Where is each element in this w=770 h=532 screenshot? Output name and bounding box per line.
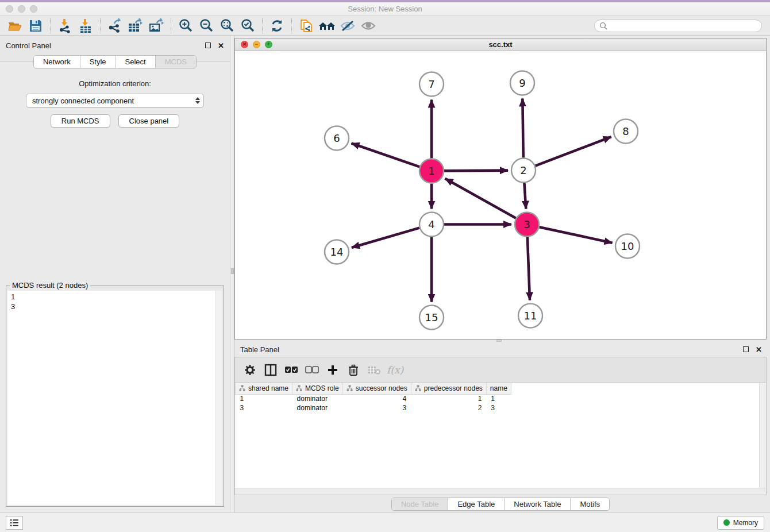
table-cell[interactable]: dominator	[292, 394, 343, 403]
table-cell[interactable]: 3	[486, 403, 511, 413]
memory-label: Memory	[733, 519, 758, 527]
export-image-button[interactable]	[146, 17, 167, 34]
clone-network-icon	[299, 18, 314, 34]
close-panel-icon[interactable]: ✕	[218, 41, 224, 50]
tab-network[interactable]: Network	[34, 56, 80, 68]
result-scrollbar[interactable]	[215, 291, 222, 505]
zoom-selected-button[interactable]	[237, 17, 258, 34]
checked-boxes-icon	[284, 366, 298, 374]
table-row[interactable]: 1dominator411	[236, 394, 511, 403]
column-header-successor-nodes[interactable]: successor nodes	[342, 383, 411, 394]
column-header-predecessor-nodes[interactable]: predecessor nodes	[411, 383, 486, 394]
edge-4-14[interactable]	[352, 228, 419, 248]
table-scrollbar[interactable]	[759, 383, 766, 488]
table-cell[interactable]: 1	[486, 394, 511, 403]
first-neighbors-button[interactable]	[317, 17, 337, 34]
edge-3-10[interactable]	[539, 227, 612, 243]
zoom-in-button[interactable]	[175, 17, 196, 34]
tab-style[interactable]: Style	[80, 56, 116, 68]
table-cell[interactable]: 3	[236, 403, 292, 413]
import-network-button[interactable]	[55, 17, 75, 34]
unselect-all-button[interactable]	[303, 361, 321, 379]
export-network-button[interactable]	[105, 17, 125, 34]
task-history-button[interactable]	[6, 516, 23, 530]
network-canvas[interactable]: 1234678910111415	[235, 51, 766, 339]
select-all-button[interactable]	[282, 361, 301, 379]
hierarchy-icon	[346, 385, 353, 391]
column-header-shared-name[interactable]: shared name	[236, 383, 292, 394]
column-header-name[interactable]: name	[486, 383, 511, 394]
node-label-9: 9	[519, 77, 525, 89]
clone-network-button[interactable]	[296, 17, 317, 34]
splitter-grip[interactable]	[231, 268, 234, 274]
memory-button[interactable]: Memory	[717, 516, 764, 530]
table-settings-button[interactable]	[241, 361, 259, 379]
toolbar-separator	[50, 18, 51, 33]
edge-1-2[interactable]	[444, 171, 508, 171]
node-label-1: 1	[428, 165, 434, 177]
edge-2-8[interactable]	[536, 137, 611, 166]
edge-2-3[interactable]	[524, 183, 526, 209]
open-folder-icon	[7, 19, 22, 33]
table-cell[interactable]: 1	[236, 394, 292, 403]
criterion-dropdown[interactable]: strongly connected component	[26, 94, 204, 107]
show-columns-button[interactable]	[261, 361, 280, 379]
table-row[interactable]: 3dominator323	[236, 403, 511, 413]
import-table-button[interactable]	[75, 17, 96, 34]
delete-table-icon	[367, 365, 381, 375]
eye-icon	[360, 19, 376, 33]
network-view-window: ✕ − + scc.txt 1234678910111415	[234, 38, 767, 340]
table-tab-edge-table[interactable]: Edge Table	[448, 498, 504, 510]
network-window-titlebar[interactable]: ✕ − + scc.txt	[235, 38, 766, 51]
refresh-view-button[interactable]	[267, 17, 287, 34]
delete-table-button[interactable]	[365, 361, 383, 379]
column-header-MCDS-role[interactable]: MCDS role	[292, 383, 343, 394]
table-cell[interactable]: 3	[342, 403, 411, 413]
zoom-fit-button[interactable]	[217, 17, 237, 34]
close-table-panel-icon[interactable]: ✕	[756, 345, 762, 354]
zoom-out-button[interactable]	[196, 17, 217, 34]
search-input[interactable]	[610, 22, 757, 30]
float-panel-icon[interactable]	[205, 43, 211, 48]
add-column-button[interactable]	[324, 361, 342, 379]
eye-slash-icon	[340, 19, 356, 33]
close-panel-button[interactable]: Close panel	[118, 114, 180, 128]
export-table-button[interactable]	[125, 17, 146, 34]
float-table-panel-icon[interactable]	[743, 346, 749, 352]
table-tab-network-table[interactable]: Network Table	[504, 498, 570, 510]
table-tab-node-table[interactable]: Node Table	[392, 498, 448, 510]
toolbar-separator	[171, 18, 171, 33]
table-cell[interactable]: dominator	[292, 403, 343, 413]
node-label-7: 7	[428, 78, 434, 90]
edge-3-1[interactable]	[445, 179, 516, 218]
show-all-button[interactable]	[358, 17, 379, 34]
run-mcds-button[interactable]: Run MCDS	[51, 114, 110, 128]
edge-2-9[interactable]	[522, 98, 523, 157]
gear-icon	[244, 364, 256, 376]
splitter-grip[interactable]	[496, 340, 502, 342]
delete-column-button[interactable]	[344, 361, 363, 379]
edge-3-11[interactable]	[528, 237, 530, 300]
vertical-splitter[interactable]	[230, 36, 234, 512]
toolbar-separator	[291, 18, 292, 33]
tab-mcds[interactable]: MCDS	[155, 56, 196, 68]
columns-icon	[264, 364, 277, 376]
mcds-result-list: 1 3	[7, 291, 215, 505]
unchecked-boxes-icon	[305, 366, 319, 374]
tab-select[interactable]: Select	[116, 56, 155, 68]
node-label-4: 4	[428, 218, 434, 230]
apply-function-button[interactable]: f(x)	[387, 364, 403, 376]
table-tab-motifs[interactable]: Motifs	[570, 498, 609, 510]
edge-1-6[interactable]	[352, 143, 420, 167]
hide-selected-button[interactable]	[337, 17, 358, 34]
search-field[interactable]	[594, 20, 762, 32]
open-file-button[interactable]	[5, 17, 25, 34]
table-cell[interactable]: 2	[411, 403, 486, 413]
dropdown-stepper-icon	[195, 97, 200, 104]
table-cell[interactable]: 4	[342, 394, 411, 403]
table-cell[interactable]: 1	[411, 394, 486, 403]
table-hscroll-area[interactable]	[235, 488, 766, 495]
horizontal-splitter[interactable]	[234, 340, 767, 342]
hierarchy-icon	[415, 385, 421, 391]
save-session-button[interactable]	[25, 17, 46, 34]
